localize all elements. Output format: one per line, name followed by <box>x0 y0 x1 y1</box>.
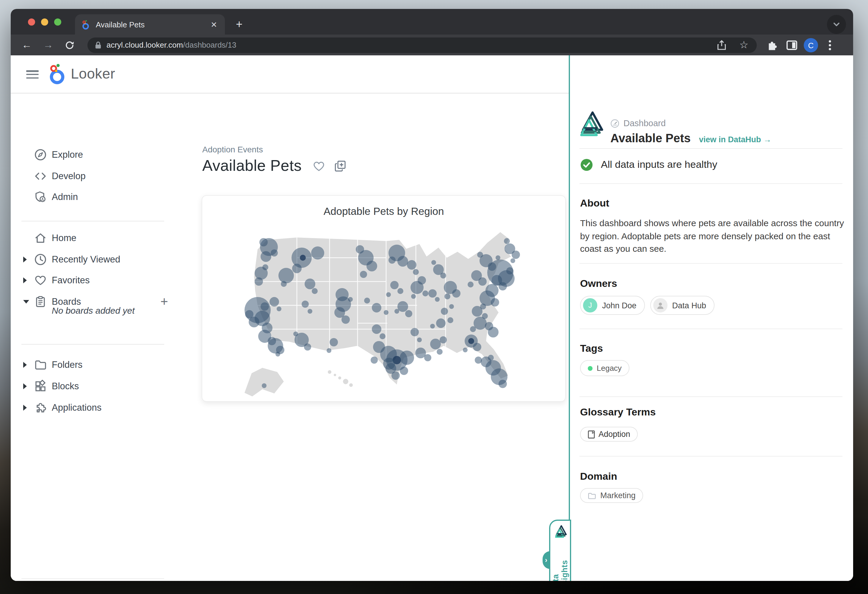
data-insights-label: Data Insights <box>550 541 570 581</box>
blocks-icon <box>34 380 47 393</box>
chevron-right-icon: › <box>545 556 547 564</box>
sidebar-item-blocks[interactable]: Blocks <box>11 376 176 396</box>
dashboard-gauge-icon <box>610 119 619 128</box>
sidebar-item-admin[interactable]: Admin <box>11 186 176 207</box>
folder-icon <box>588 492 596 499</box>
tag-label: Legacy <box>597 363 622 372</box>
chart-title: Adoptable Pets by Region <box>202 205 565 218</box>
about-text: This dashboard shows where pets are avai… <box>580 217 853 255</box>
home-icon <box>34 231 47 244</box>
datahub-logo-small <box>554 525 567 539</box>
expander-icon[interactable] <box>23 383 27 389</box>
owner-name: Data Hub <box>672 301 706 310</box>
sidebar-item-develop[interactable]: Develop <box>11 166 176 186</box>
extensions-button[interactable] <box>765 37 780 53</box>
expander-icon[interactable] <box>23 362 27 368</box>
chart-card: Adoptable Pets by Region <box>202 195 566 402</box>
expander-icon[interactable] <box>23 256 27 262</box>
url-host: acryl.cloud.looker.com <box>106 40 183 49</box>
favorite-heart-icon[interactable] <box>312 159 325 172</box>
sidebar-item-label: Folders <box>52 359 83 370</box>
glossary-term-label: Adoption <box>598 430 630 439</box>
browser-tab[interactable]: Available Pets ✕ <box>75 14 225 34</box>
close-tab-icon[interactable]: ✕ <box>209 20 219 29</box>
sidebar-item-label: Home <box>52 232 77 243</box>
minimize-window-button[interactable] <box>41 18 48 26</box>
sidebar-item-label: Explore <box>52 149 83 160</box>
looker-favicon <box>81 19 90 30</box>
entity-type-row: Dashboard <box>610 118 666 128</box>
heart-icon <box>34 273 47 287</box>
tags-heading: Tags <box>580 343 603 355</box>
tab-strip: Available Pets ✕ + <box>11 9 853 34</box>
three-dot-menu-icon <box>829 40 831 50</box>
data-insights-tab[interactable]: Data Insights › <box>549 520 571 581</box>
tags-list: Legacy <box>580 360 629 376</box>
entity-type-label: Dashboard <box>623 118 666 128</box>
divider <box>579 183 843 184</box>
sidebar-item-applications[interactable]: Applications <box>11 397 176 418</box>
datahub-panel-divider <box>568 55 570 581</box>
looker-logo: Looker <box>47 63 115 84</box>
breadcrumb[interactable]: Adoption Events <box>202 145 263 154</box>
new-tab-button[interactable]: + <box>232 17 246 31</box>
glossary-term-chip[interactable]: Adoption <box>580 427 638 442</box>
reload-button[interactable] <box>62 37 77 53</box>
page-content: Looker Explore <box>11 55 853 581</box>
folder-icon <box>34 358 47 371</box>
sidebar-item-favorites[interactable]: Favorites <box>11 270 176 290</box>
expander-icon[interactable] <box>23 405 27 411</box>
add-to-board-icon[interactable] <box>334 159 347 172</box>
domains-list: Marketing <box>580 488 644 503</box>
domain-heading: Domain <box>580 471 617 483</box>
health-status-text: All data inputs are healthy <box>601 159 717 171</box>
url-path: /dashboards/13 <box>183 40 236 49</box>
clock-icon <box>34 253 47 266</box>
sidebar-item-home[interactable]: Home <box>11 228 176 248</box>
sidebar-item-explore[interactable]: Explore <box>11 144 176 165</box>
owner-chip[interactable]: Data Hub <box>650 296 714 315</box>
tag-color-dot <box>588 366 593 371</box>
expander-icon[interactable] <box>23 300 29 303</box>
sidebar-item-recently-viewed[interactable]: Recently Viewed <box>11 249 176 269</box>
close-window-button[interactable] <box>28 18 35 26</box>
compass-icon <box>34 148 47 161</box>
sidebar-item-label: Favorites <box>52 275 90 285</box>
sidebar-item-folders[interactable]: Folders <box>11 355 176 375</box>
boards-empty-text: No boards added yet <box>52 305 135 315</box>
share-icon[interactable] <box>717 40 726 50</box>
bookmark-star-icon[interactable]: ☆ <box>740 39 749 51</box>
alaska-shape <box>245 368 284 396</box>
looker-wordmark: Looker <box>71 65 115 82</box>
domain-chip[interactable]: Marketing <box>580 488 644 503</box>
zoom-window-button[interactable] <box>54 18 61 26</box>
browser-menu-button[interactable] <box>822 37 838 53</box>
profile-avatar[interactable]: C <box>803 37 819 53</box>
puzzle-icon <box>767 40 778 50</box>
forward-button[interactable]: → <box>40 37 56 53</box>
code-icon <box>34 169 47 182</box>
sidebar-item-label: Blocks <box>52 381 79 392</box>
health-status-row: All data inputs are healthy <box>580 158 717 171</box>
address-bar[interactable]: acryl.cloud.looker.com/dashboards/13 ☆ <box>87 37 757 53</box>
tab-overview-button[interactable] <box>827 15 846 34</box>
tag-chip[interactable]: Legacy <box>580 360 629 376</box>
view-in-datahub-link[interactable]: view in DataHub → <box>699 135 771 144</box>
us-bubble-map[interactable] <box>208 222 560 400</box>
back-button[interactable]: ← <box>19 37 34 53</box>
entity-title-row: Available Pets view in DataHub → <box>610 132 771 145</box>
tab-title: Available Pets <box>96 20 209 29</box>
add-board-button[interactable]: + <box>156 294 172 309</box>
owner-chip[interactable]: J John Doe <box>580 296 645 315</box>
datahub-logo <box>579 111 604 138</box>
expander-icon[interactable] <box>23 277 27 283</box>
side-panel-button[interactable] <box>784 37 800 53</box>
glossary-term-icon <box>588 430 595 438</box>
hawaii-shapes <box>328 370 353 387</box>
entity-title: Available Pets <box>610 132 691 145</box>
browser-toolbar: ← → acryl.cloud.looker.com/dashboards/13 <box>11 34 853 55</box>
glossary-heading: Glossary Terms <box>580 406 656 418</box>
menu-hamburger-icon[interactable] <box>26 70 39 78</box>
avatar: J <box>583 298 597 312</box>
health-check-icon <box>580 158 593 171</box>
